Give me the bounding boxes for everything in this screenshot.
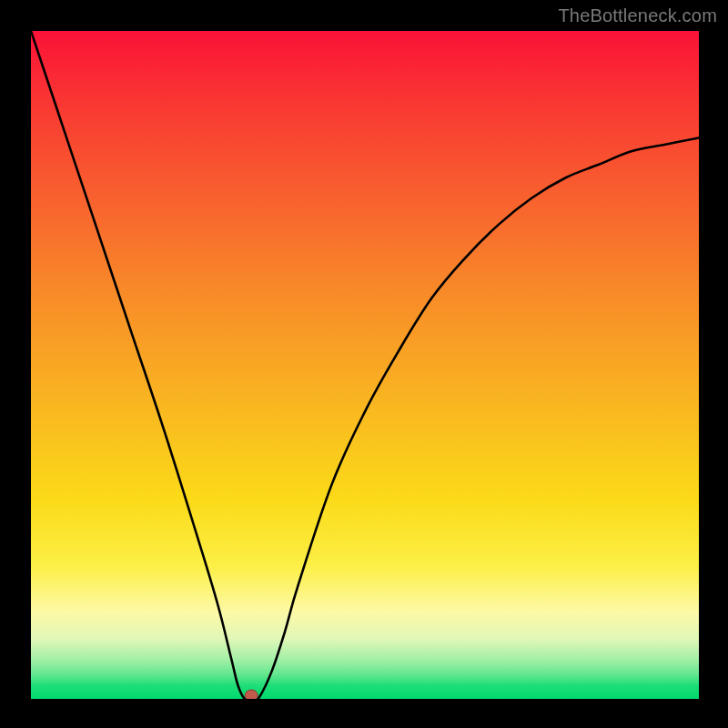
bottleneck-curve [31,31,699,699]
curve-line [31,31,699,699]
optimal-point-marker [245,690,258,699]
plot-area [31,31,699,699]
watermark-text: TheBottleneck.com [558,5,717,26]
chart-stage: TheBottleneck.com [0,0,728,728]
